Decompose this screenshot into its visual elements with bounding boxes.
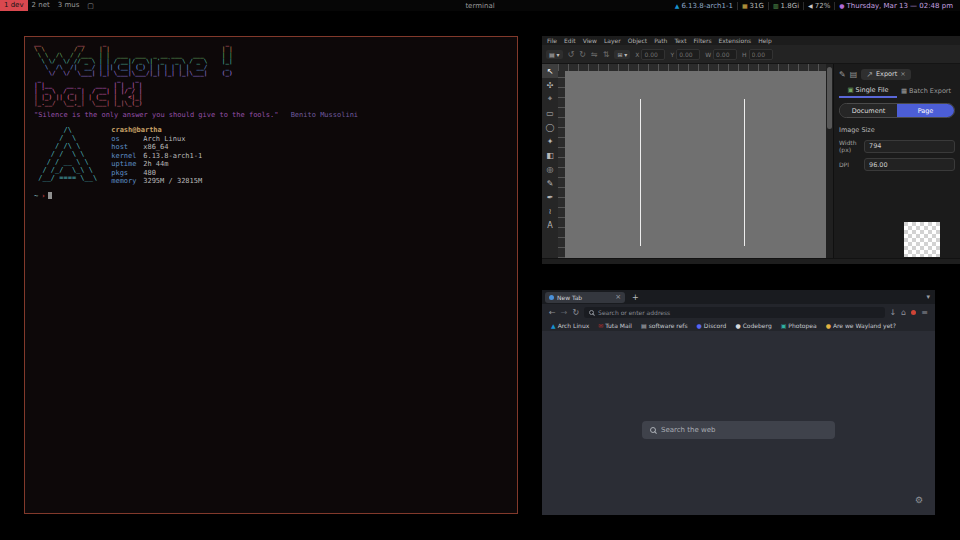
menu-item[interactable]: Help	[758, 37, 772, 44]
tab-close-icon[interactable]: ×	[615, 293, 621, 301]
coordinate-input[interactable]	[641, 49, 665, 60]
extension-icon[interactable]	[911, 310, 916, 315]
ascii-banner-line: |_.__/ \__,_| \___| |_|\_(_)	[34, 100, 508, 106]
menu-item[interactable]: Object	[628, 37, 648, 44]
menu-item[interactable]: Extensions	[719, 37, 752, 44]
page-button[interactable]: Page	[897, 104, 954, 117]
coordinate-input[interactable]	[749, 49, 773, 60]
menu-item[interactable]: Filters	[694, 37, 712, 44]
module-text: 6.13.8-arch1-1	[681, 2, 733, 10]
toolbox-tool[interactable]: ◎	[542, 162, 558, 176]
toolbox-tool[interactable]: ✣	[542, 78, 558, 92]
batch-icon: ▦	[901, 87, 907, 95]
export-area-segment: Document Page	[839, 103, 955, 118]
toolbox-tool[interactable]: ✦	[542, 134, 558, 148]
width-input[interactable]	[864, 140, 955, 153]
terminal-window[interactable]: __ __ _ _ \ \ / / | | | | \ \ /\ / /___ …	[24, 36, 518, 514]
fetch-label: memory	[111, 177, 143, 186]
tab-list-chevron-icon[interactable]: ▾	[926, 293, 930, 301]
toolbox-tool[interactable]: ⌖	[542, 92, 558, 106]
document-button[interactable]: Document	[840, 104, 897, 117]
web-search-box[interactable]	[642, 421, 835, 439]
fetch-label: os	[111, 135, 143, 144]
toolbox-tool[interactable]: ✎	[542, 176, 558, 190]
menu-item[interactable]: File	[547, 37, 557, 44]
transform-icon[interactable]: ↺	[568, 50, 575, 59]
bookmark-label: Arch Linux	[558, 322, 590, 329]
bookmark-label: software refs	[649, 322, 688, 329]
toolbox-tool[interactable]: ✒	[542, 190, 558, 204]
layers-icon[interactable]: ▤	[850, 70, 858, 79]
single-file-label: Single File	[856, 86, 889, 94]
export-dock-tab[interactable]: ↗ Export ×	[861, 69, 910, 80]
prompt-symbol: ›	[41, 192, 45, 200]
workspace-tag[interactable]: 2 net	[28, 0, 54, 11]
menu-item[interactable]: Edit	[564, 37, 576, 44]
transform-icon[interactable]: ↻	[579, 50, 586, 59]
ascii-banner: __ __ _ _ \ \ / / | | | | \ \ /\ / /___ …	[34, 40, 508, 106]
workspace-tag[interactable]: 3 mus	[54, 0, 84, 11]
menu-item[interactable]: Path	[654, 37, 667, 44]
module-icon: ▦	[742, 2, 748, 9]
browser-window[interactable]: New Tab × + ▾ ← → ↻ ↓ ⌂ ≡ ▲ Arch Linux ✉…	[542, 290, 935, 515]
bookmark-item[interactable]: ▣ Photopea	[781, 322, 817, 329]
menu-icon[interactable]: ≡	[921, 308, 928, 317]
new-tab-button[interactable]: +	[632, 293, 639, 302]
toolbox-tool[interactable]: ≀	[542, 204, 558, 218]
menu-item[interactable]: View	[583, 37, 597, 44]
fetch-user-host: crash@bartha	[111, 126, 202, 135]
gear-icon[interactable]: ⚙	[915, 495, 923, 505]
workspace-tag[interactable]: 1 dev	[0, 0, 28, 11]
toolbox-tool[interactable]: ◯	[542, 120, 558, 134]
layout-symbol[interactable]: ▢	[83, 2, 98, 10]
selection-mode-dropdown[interactable]: ▤ ▾	[546, 50, 563, 59]
transform-icon[interactable]: ⇅	[603, 50, 610, 59]
inkscape-canvas[interactable]	[565, 71, 826, 258]
bookmark-favicon: ✉	[598, 322, 603, 329]
bookmark-item[interactable]: ✉ Tuta Mail	[598, 322, 632, 329]
reload-button[interactable]: ↻	[572, 308, 579, 317]
bookmark-item[interactable]: ● Are we Wayland yet?	[826, 322, 896, 329]
download-icon[interactable]: ↓	[890, 308, 897, 317]
fetch-value: 6.13.8-arch1-1	[143, 152, 202, 160]
url-input[interactable]	[598, 309, 879, 316]
canvas-scrollbar[interactable]	[826, 64, 833, 258]
coordinate-input[interactable]	[713, 49, 737, 60]
back-button[interactable]: ←	[549, 308, 556, 317]
toolbox-tool[interactable]: ▭	[542, 106, 558, 120]
tab-single-file[interactable]: ▣ Single File	[839, 84, 897, 98]
coordinate-input[interactable]	[676, 49, 700, 60]
transform-icon[interactable]: ⇋	[591, 50, 598, 59]
toolbox-tool[interactable]: A	[542, 218, 558, 232]
toolbox-tool[interactable]: ◧	[542, 148, 558, 162]
toolbox-tool[interactable]: ↖	[542, 64, 558, 78]
url-bar[interactable]	[584, 307, 884, 318]
forward-button[interactable]: →	[561, 308, 568, 317]
search-icon	[650, 427, 656, 433]
shell-prompt[interactable]: ~ ›	[34, 192, 508, 200]
fetch-row: uptime2h 44m	[111, 160, 202, 169]
dpi-input[interactable]	[864, 158, 955, 171]
export-mode-tabs: ▣ Single File ▦ Batch Export	[839, 84, 955, 98]
pen-icon[interactable]: ✎	[839, 70, 846, 79]
browser-tab[interactable]: New Tab ×	[545, 292, 625, 303]
prompt-path: ~	[34, 192, 38, 200]
bookmark-item[interactable]: ▤ software refs	[641, 322, 688, 329]
scrollbar-thumb[interactable]	[827, 67, 832, 129]
bookmark-label: Discord	[704, 322, 727, 329]
width-label: Width (px)	[839, 139, 860, 153]
bookmark-favicon: ●	[826, 322, 831, 329]
web-search-input[interactable]	[661, 426, 827, 434]
bookmark-favicon: ●	[697, 322, 702, 329]
close-icon[interactable]: ×	[900, 70, 905, 78]
menu-item[interactable]: Layer	[604, 37, 621, 44]
inkscape-window[interactable]: FileEditViewLayerObjectPathTextFiltersEx…	[542, 36, 960, 264]
tab-batch-export[interactable]: ▦ Batch Export	[897, 84, 955, 98]
bookmark-item[interactable]: ● Discord	[697, 322, 727, 329]
snap-dropdown[interactable]: ⊞ ▾	[614, 50, 630, 59]
bookmark-item[interactable]: ● Codeberg	[735, 322, 771, 329]
menu-item[interactable]: Text	[674, 37, 686, 44]
home-icon[interactable]: ⌂	[901, 308, 906, 317]
vertical-ruler	[558, 71, 565, 258]
bookmark-item[interactable]: ▲ Arch Linux	[551, 322, 589, 329]
